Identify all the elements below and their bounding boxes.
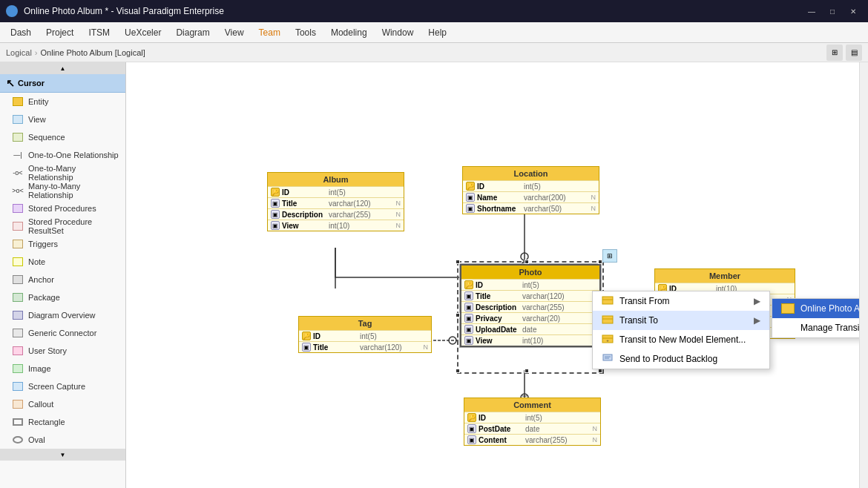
table-album[interactable]: Album 🔑 ID int(5) ▣ Title varchar(120) N…: [267, 172, 404, 231]
panel-label-one-to-many: One-to-Many Relationship: [28, 164, 119, 182]
panel-scroll-up[interactable]: ▲: [0, 62, 125, 74]
panel-label-trigger: Triggers: [28, 240, 58, 248]
submenu-manage-transit[interactable]: Manage Transit To...: [772, 318, 859, 337]
app-icon: [6, 5, 18, 17]
panel-item-screen-capture[interactable]: Screen Capture: [0, 377, 125, 395]
image-icon: [12, 363, 24, 375]
handle-bl[interactable]: [456, 369, 460, 373]
main-layout: ▲ ↖ Cursor Entity View Sequence —| One-t…: [0, 62, 868, 488]
panel-item-triggers[interactable]: Triggers: [0, 235, 125, 253]
menu-itsm[interactable]: ITSM: [81, 24, 117, 41]
panel-item-note[interactable]: Note: [0, 253, 125, 271]
panel-item-sequence[interactable]: Sequence: [0, 128, 125, 146]
cursor-header: ↖ Cursor: [0, 74, 125, 93]
panel-item-sp-resultset[interactable]: Stored Procedure ResultSet: [0, 217, 125, 235]
menu-modeling[interactable]: Modeling: [323, 24, 375, 41]
panel-scroll-down[interactable]: ▼: [0, 449, 125, 461]
breadcrumb-grid-icon[interactable]: ⊞: [826, 44, 843, 61]
menu-team[interactable]: Team: [251, 24, 288, 41]
one-to-many-icon: -o<: [12, 167, 24, 179]
transit-from-icon: [602, 295, 614, 307]
context-menu: Transit From ▶ Transit To ▶: [592, 291, 770, 369]
col-icon: ▣: [302, 343, 311, 352]
breadcrumb: Logical › Online Photo Album [Logical] ⊞…: [0, 43, 868, 62]
table-location-row-shortname: ▣ Shortname varchar(50) N: [463, 202, 599, 214]
table-tag[interactable]: Tag 🔑 ID int(5) ▣ Title varchar(120) N: [298, 316, 432, 353]
table-location-row-id: 🔑 ID int(5): [463, 180, 599, 191]
table-comment[interactable]: Comment 🔑 ID int(5) ▣ PostDate date N ▣ …: [464, 398, 601, 446]
panel-item-diagram-overview[interactable]: Diagram Overview: [0, 306, 125, 324]
table-photo-row-view: ▣ View int(10) N: [461, 334, 599, 346]
panel-item-one-to-many[interactable]: -o< One-to-Many Relationship: [0, 164, 125, 182]
table-album-row-title: ▣ Title varchar(120) N: [268, 197, 404, 208]
panel-label-one-to-one: One-to-One Relationship: [28, 151, 119, 159]
close-button[interactable]: ✕: [844, 4, 862, 18]
maximize-button[interactable]: □: [823, 4, 841, 18]
panel-item-anchor[interactable]: Anchor: [0, 271, 125, 288]
handle-tm[interactable]: [525, 260, 529, 264]
pk-icon: 🔑: [302, 332, 311, 340]
panel-item-entity[interactable]: Entity: [0, 93, 125, 111]
col-icon: ▣: [466, 193, 475, 202]
ctx-transit-from[interactable]: Transit From ▶: [593, 291, 769, 311]
col-icon: ▣: [464, 291, 473, 300]
ctx-arrow-transit-to: ▶: [754, 315, 760, 326]
minimize-button[interactable]: —: [803, 4, 821, 18]
window-controls: — □ ✕: [803, 4, 862, 18]
submenu-opa-physical[interactable]: Online Photo Album [Physical].Photo: [772, 299, 859, 318]
right-scrollbar[interactable]: [859, 62, 868, 488]
panel-item-image[interactable]: Image: [0, 360, 125, 377]
table-location-header: Location: [463, 167, 599, 180]
menu-diagram[interactable]: Diagram: [168, 24, 217, 41]
view-icon: [12, 113, 24, 125]
menu-dash[interactable]: Dash: [3, 24, 39, 41]
menu-uexceler[interactable]: UeXceler: [117, 24, 168, 41]
ctx-send-backlog[interactable]: Send to Product Backlog: [593, 349, 769, 369]
col-icon: ▣: [464, 325, 473, 334]
pk-icon: 🔑: [467, 413, 476, 422]
svg-point-7: [449, 337, 456, 344]
table-album-header: Album: [268, 173, 404, 186]
panel-item-stored-procedures[interactable]: Stored Procedures: [0, 200, 125, 217]
panel-label-user-story: User Story: [28, 346, 67, 355]
col-icon: ▣: [464, 336, 473, 345]
svg-rect-12: [602, 316, 613, 323]
panel-item-package[interactable]: Package: [0, 288, 125, 306]
table-location[interactable]: Location 🔑 ID int(5) ▣ Name varchar(200)…: [462, 166, 599, 214]
panel-label-rectangle: Rectangle: [28, 418, 65, 426]
ctx-transit-from-label: Transit From: [619, 296, 670, 306]
panel-item-many-to-many[interactable]: >o< Many-to-Many Relationship: [0, 182, 125, 200]
menu-tools[interactable]: Tools: [288, 24, 323, 41]
panel-item-callout[interactable]: Callout: [0, 395, 125, 413]
ctx-transit-new[interactable]: + Transit to New Model Element...: [593, 330, 769, 349]
menu-window[interactable]: Window: [375, 24, 421, 41]
ctx-transit-to[interactable]: Transit To ▶: [593, 311, 769, 330]
table-photo-row-id: 🔑 ID int(5): [461, 279, 599, 290]
submenu: Online Photo Album [Physical].Photo Mana…: [772, 298, 859, 338]
left-panel: ▲ ↖ Cursor Entity View Sequence —| One-t…: [0, 62, 126, 488]
handle-bm[interactable]: [525, 369, 529, 373]
user-story-icon: [12, 345, 24, 357]
col-icon: ▣: [464, 314, 473, 323]
panel-item-user-story[interactable]: User Story: [0, 342, 125, 360]
menu-project[interactable]: Project: [39, 24, 81, 41]
generic-connector-icon: [12, 327, 24, 339]
table-photo[interactable]: Photo 🔑 ID int(5) ▣ Title varchar(120) N…: [460, 264, 601, 347]
panel-item-view[interactable]: View: [0, 111, 125, 128]
panel-item-oval[interactable]: Oval: [0, 431, 125, 449]
panel-label-entity: Entity: [28, 97, 49, 106]
panel-label-package: Package: [28, 293, 60, 302]
col-icon: ▣: [467, 424, 476, 433]
handle-tl[interactable]: [456, 260, 460, 264]
table-tag-row-id: 🔑 ID int(5): [299, 330, 431, 341]
menu-view[interactable]: View: [217, 24, 251, 41]
breadcrumb-arrow: ›: [35, 48, 38, 57]
menu-help[interactable]: Help: [421, 24, 454, 41]
panel-item-rectangle[interactable]: Rectangle: [0, 413, 125, 431]
handle-ml[interactable]: [456, 313, 460, 317]
panel-item-one-to-one[interactable]: —| One-to-One Relationship: [0, 146, 125, 164]
panel-item-generic-connector[interactable]: Generic Connector: [0, 324, 125, 342]
diagram-area[interactable]: Album 🔑 ID int(5) ▣ Title varchar(120) N…: [126, 62, 859, 488]
breadcrumb-layout-icon[interactable]: ▤: [846, 44, 862, 61]
breadcrumb-logical[interactable]: Logical: [6, 48, 32, 57]
